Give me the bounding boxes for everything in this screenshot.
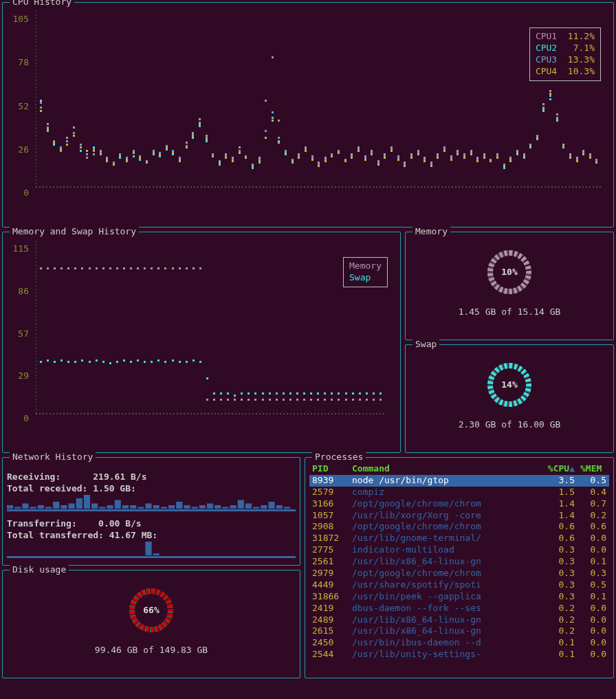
panel-title: Memory — [412, 226, 450, 238]
table-row[interactable]: 2979/opt/google/chrome/chrom0.30.3 — [309, 568, 609, 579]
memory-usage-text: 1.45 GB of 15.14 GB — [410, 307, 609, 318]
table-row[interactable]: 31866/usr/bin/peek --gapplica0.30.1 — [309, 591, 609, 603]
cell-mem: 0.5 — [578, 475, 609, 487]
cell-command: /usr/lib/xorg/Xorg -core — [349, 510, 545, 522]
mem-y-axis: 115 86 57 29 0 — [8, 243, 29, 425]
table-row[interactable]: 2489/usr/lib/x86_64-linux-gn0.20.0 — [309, 614, 609, 626]
cell-pid: 2908 — [309, 521, 349, 533]
cell-cpu: 0.2 — [545, 603, 578, 614]
net-tx-sparkline — [7, 542, 292, 555]
cell-cpu: 1.5 — [545, 487, 578, 498]
disk-usage-text: 99.46 GB of 149.83 GB — [7, 645, 296, 656]
table-row[interactable]: 2544/usr/lib/unity-settings-0.10.0 — [309, 649, 609, 661]
table-row[interactable]: 2419dbus-daemon --fork --ses0.20.0 — [309, 603, 609, 614]
cell-pid: 31866 — [309, 591, 349, 603]
cell-command: /usr/share/spotify/spoti — [349, 579, 545, 591]
cell-pid: 2775 — [309, 544, 349, 556]
net-rx-line: Receiving: 219.61 B/s — [7, 471, 296, 483]
cpu-y-axis: 105 78 52 26 0 — [8, 14, 29, 199]
cell-mem: 0.6 — [578, 521, 609, 533]
cell-pid: 3166 — [309, 498, 349, 510]
cell-command: /usr/bin/ibus-daemon --d — [349, 637, 545, 649]
cell-command: /usr/lib/x86_64-linux-gn — [349, 625, 545, 637]
legend-cpu4: CPU4 10.3% — [536, 66, 595, 78]
cell-pid: 2561 — [309, 556, 349, 568]
disk-usage-panel: Disk usage 66% 99.46 GB of 149.83 GB — [2, 570, 300, 678]
cell-command: node /usr/bin/gtop — [349, 475, 545, 487]
divider — [7, 556, 296, 558]
cell-pid: 2450 — [309, 637, 349, 649]
col-cpu[interactable]: %CPU▲ — [545, 463, 578, 475]
table-row[interactable]: 4449/usr/share/spotify/spoti0.30.5 — [309, 579, 609, 591]
memory-donut: 10% 1.45 GB of 15.14 GB — [410, 238, 609, 318]
processes-panel: Processes PID Command %CPU▲ %MEM 8939nod… — [305, 457, 614, 678]
cell-pid: 2489 — [309, 614, 349, 626]
mem-swap-legend: Memory Swap — [343, 257, 388, 287]
panel-title: Network History — [10, 452, 96, 463]
cpu-chart — [36, 11, 602, 203]
cell-mem: 0.0 — [578, 614, 609, 626]
cell-command: indicator-multiload — [349, 544, 545, 556]
cell-cpu: 0.3 — [545, 556, 578, 568]
cell-mem: 0.0 — [578, 603, 609, 614]
cell-pid: 2579 — [309, 487, 349, 498]
swap-donut: 14% 2.30 GB of 16.00 GB — [410, 351, 609, 431]
cell-cpu: 0.3 — [545, 579, 578, 591]
legend-cpu2: CPU2 7.1% — [536, 43, 595, 54]
cell-mem: 0.1 — [578, 556, 609, 568]
cell-mem: 0.1 — [578, 591, 609, 603]
memory-donut-panel: Memory 10% 1.45 GB of 15.14 GB — [405, 232, 614, 340]
table-row[interactable]: 8939node /usr/bin/gtop3.50.5 — [309, 475, 609, 487]
mem-swap-chart — [36, 241, 386, 430]
table-row[interactable]: 2579compiz1.50.4 — [309, 487, 609, 498]
table-row[interactable]: 2561/usr/lib/x86_64-linux-gn0.30.1 — [309, 556, 609, 568]
cell-cpu: 1.4 — [545, 498, 578, 510]
cell-command: compiz — [349, 487, 545, 498]
table-row[interactable]: 1057/usr/lib/xorg/Xorg -core1.40.2 — [309, 510, 609, 522]
cell-command: /opt/google/chrome/chrom — [349, 521, 545, 533]
col-command[interactable]: Command — [349, 463, 545, 475]
cell-pid: 2615 — [309, 625, 349, 637]
cell-mem: 0.0 — [578, 649, 609, 661]
cpu-legend: CPU1 11.2% CPU2 7.1% CPU3 13.3% CPU4 10.… — [529, 27, 601, 81]
memory-swap-history-panel: Memory and Swap History 115 86 57 29 0 M… — [2, 232, 401, 453]
table-row[interactable]: 2775indicator-multiload0.30.0 — [309, 544, 609, 556]
cell-mem: 0.0 — [578, 544, 609, 556]
net-tx-total-line: Total transferred: 41.67 MB: — [7, 530, 296, 542]
network-history-panel: Network History Receiving: 219.61 B/s To… — [2, 457, 300, 566]
cell-command: /usr/lib/x86_64-linux-gn — [349, 556, 545, 568]
cell-cpu: 3.5 — [545, 475, 578, 487]
disk-donut: 66% 99.46 GB of 149.83 GB — [7, 576, 296, 656]
swap-usage-text: 2.30 GB of 16.00 GB — [410, 419, 609, 431]
cell-mem: 0.0 — [578, 637, 609, 649]
cell-cpu: 0.3 — [545, 544, 578, 556]
net-rx-sparkline — [7, 495, 292, 509]
table-row[interactable]: 2450/usr/bin/ibus-daemon --d0.10.0 — [309, 637, 609, 649]
panel-title: Disk usage — [10, 564, 69, 576]
cell-cpu: 0.6 — [545, 521, 578, 533]
net-tx-line: Transferring: 0.00 B/s — [7, 518, 296, 530]
table-row[interactable]: 2908/opt/google/chrome/chrom0.60.6 — [309, 521, 609, 533]
legend-cpu3: CPU3 13.3% — [536, 54, 595, 66]
table-row[interactable]: 31872/usr/lib/gnome-terminal/0.60.0 — [309, 533, 609, 544]
cell-pid: 2419 — [309, 603, 349, 614]
cell-mem: 0.5 — [578, 579, 609, 591]
table-row[interactable]: 3166/opt/google/chrome/chrom1.40.7 — [309, 498, 609, 510]
cell-mem: 0.7 — [578, 498, 609, 510]
cell-command: /opt/google/chrome/chrom — [349, 498, 545, 510]
process-table[interactable]: PID Command %CPU▲ %MEM 8939node /usr/bin… — [309, 463, 609, 661]
col-mem[interactable]: %MEM — [578, 463, 609, 475]
cell-cpu: 0.3 — [545, 591, 578, 603]
cell-command: /usr/lib/unity-settings- — [349, 649, 545, 661]
col-pid[interactable]: PID — [309, 463, 349, 475]
cell-mem: 0.0 — [578, 533, 609, 544]
cell-cpu: 0.2 — [545, 625, 578, 637]
cell-cpu: 0.3 — [545, 568, 578, 579]
cell-command: /usr/lib/x86_64-linux-gn — [349, 614, 545, 626]
cell-mem: 0.0 — [578, 625, 609, 637]
table-row[interactable]: 2615/usr/lib/x86_64-linux-gn0.20.0 — [309, 625, 609, 637]
legend-memory: Memory — [349, 260, 382, 272]
cell-cpu: 0.6 — [545, 533, 578, 544]
cell-cpu: 0.1 — [545, 649, 578, 661]
cell-pid: 31872 — [309, 533, 349, 544]
